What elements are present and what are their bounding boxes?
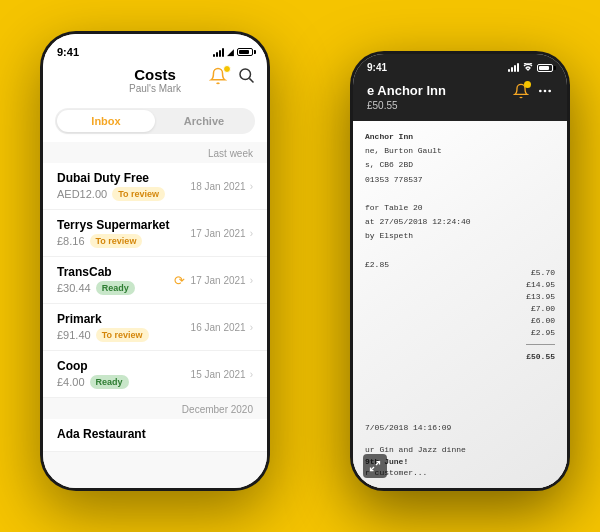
tx-date: 17 Jan 2021 (191, 228, 246, 239)
transactions-list: Last week Dubai Duty Free AED12.00 To re… (43, 142, 267, 488)
transaction-item[interactable]: TransCab £30.44 Ready ⟳ 17 Jan 2021 › (43, 257, 267, 304)
svg-point-3 (544, 90, 547, 93)
receipt-line: Anchor Inn (365, 131, 555, 142)
transaction-item[interactable]: Ada Restaurant (43, 419, 267, 452)
tx-name: Coop (57, 359, 129, 373)
receipt-merchant: e Anchor Inn (367, 83, 446, 98)
app-subtitle: Paul's Mark (129, 83, 181, 94)
transaction-item[interactable]: Primark £91.40 To review 16 Jan 2021 › (43, 304, 267, 351)
tx-name: Primark (57, 312, 149, 326)
notification-badge (223, 65, 231, 73)
receipt-line (365, 188, 555, 199)
tx-badge: Ready (90, 375, 129, 389)
phone1-time: 9:41 (57, 46, 79, 58)
receipt-line (365, 245, 555, 256)
transaction-item[interactable]: Terrys Supermarket £8.16 To review 17 Ja… (43, 210, 267, 257)
tx-date: 16 Jan 2021 (191, 322, 246, 333)
phone2-time: 9:41 (367, 62, 387, 73)
sync-icon: ⟳ (174, 273, 185, 288)
phones-container: 9:41 ◢ Costs Paul's Mark (20, 21, 580, 511)
receipt-header-icons (513, 83, 553, 103)
receipt-line: 01353 778537 (365, 174, 555, 185)
svg-point-2 (539, 90, 542, 93)
svg-point-0 (240, 69, 251, 80)
tabs: Inbox Archive (55, 108, 255, 134)
notification-bell-icon[interactable] (209, 67, 229, 87)
tx-badge: To review (90, 234, 143, 248)
receipt-line: 7/05/2018 14:16:09 (365, 422, 555, 433)
phone1-status-bar-area: 9:41 ◢ (43, 34, 267, 60)
search-icon[interactable] (237, 66, 255, 88)
transaction-item[interactable]: Dubai Duty Free AED12.00 To review 18 Ja… (43, 163, 267, 210)
wifi-icon (522, 63, 534, 72)
more-options-icon[interactable] (537, 83, 553, 103)
receipt-price: £5.70 (526, 268, 555, 277)
header-icons (209, 66, 255, 88)
tx-name: Ada Restaurant (57, 427, 146, 441)
receipt-price: £2.95 (526, 328, 555, 337)
tx-badge: To review (96, 328, 149, 342)
receipt-line: 9th June! (365, 456, 555, 467)
tx-date: 18 Jan 2021 (191, 181, 246, 192)
chevron-right-icon: › (250, 322, 253, 333)
phone1-status-icons: ◢ (213, 47, 253, 57)
signal-bars-icon (508, 63, 519, 72)
tx-amount: £91.40 (57, 329, 91, 341)
phone1: 9:41 ◢ Costs Paul's Mark (40, 31, 270, 491)
receipt-bell-icon[interactable] (513, 83, 529, 103)
tx-amount: £8.16 (57, 235, 85, 247)
receipt-price: £7.00 (526, 304, 555, 313)
tx-name: Terrys Supermarket (57, 218, 170, 232)
section-label-lastweek: Last week (43, 142, 267, 163)
receipt-prices: £5.70 £14.95 £13.95 £7.00 £6.00 £2.95 £5… (526, 268, 555, 361)
receipt-line: ne, Burton Gault (365, 145, 555, 156)
tx-amount: £4.00 (57, 376, 85, 388)
receipt-app-header: e Anchor Inn £50.55 (353, 77, 567, 121)
receipt-line (365, 433, 555, 444)
phone2: 9:41 e Anchor Inn £50.55 (350, 51, 570, 491)
receipt-amount: £50.55 (367, 100, 446, 111)
signal-bars-icon (213, 48, 224, 57)
receipt-price: £13.95 (526, 292, 555, 301)
transaction-item[interactable]: Coop £4.00 Ready 15 Jan 2021 › (43, 351, 267, 398)
receipt-notification-badge (524, 81, 531, 88)
tab-inbox[interactable]: Inbox (57, 110, 155, 132)
tx-amount: AED12.00 (57, 188, 107, 200)
svg-line-1 (249, 78, 253, 82)
tx-name: TransCab (57, 265, 135, 279)
phone2-status-icons (508, 63, 553, 72)
tab-archive[interactable]: Archive (155, 110, 253, 132)
tx-amount: £30.44 (57, 282, 91, 294)
app-header: Costs Paul's Mark (43, 60, 267, 102)
receipt-line: ur Gin and Jazz dinne (365, 444, 555, 455)
chevron-right-icon: › (250, 275, 253, 286)
tx-date: 15 Jan 2021 (191, 369, 246, 380)
app-title: Costs (134, 66, 176, 83)
chevron-right-icon: › (250, 369, 253, 380)
phone2-status-bar: 9:41 (353, 54, 567, 77)
receipt-price: £6.00 (526, 316, 555, 325)
receipt-line: s, CB6 2BD (365, 159, 555, 170)
receipt-line: by Elspeth (365, 230, 555, 241)
section-label-december: December 2020 (43, 398, 267, 419)
wifi-icon: ◢ (227, 47, 234, 57)
chevron-right-icon: › (250, 181, 253, 192)
receipt-line: at 27/05/2018 12:24:40 (365, 216, 555, 227)
receipt-price: £14.95 (526, 280, 555, 289)
battery-icon (537, 64, 553, 72)
receipt-total: £50.55 (526, 352, 555, 361)
receipt-line: for Table 20 (365, 202, 555, 213)
tx-badge: Ready (96, 281, 135, 295)
receipt-image-area: Anchor Inn ne, Burton Gault s, CB6 2BD 0… (353, 121, 567, 488)
receipt-content: Anchor Inn ne, Burton Gault s, CB6 2BD 0… (353, 121, 567, 488)
receipt-line: r customer... (365, 467, 555, 478)
battery-icon (237, 48, 253, 56)
tx-badge: To review (112, 187, 165, 201)
expand-button[interactable] (363, 454, 387, 478)
svg-point-4 (548, 90, 551, 93)
tabs-container: Inbox Archive (43, 102, 267, 142)
tx-name: Dubai Duty Free (57, 171, 165, 185)
tx-date: 17 Jan 2021 (191, 275, 246, 286)
chevron-right-icon: › (250, 228, 253, 239)
